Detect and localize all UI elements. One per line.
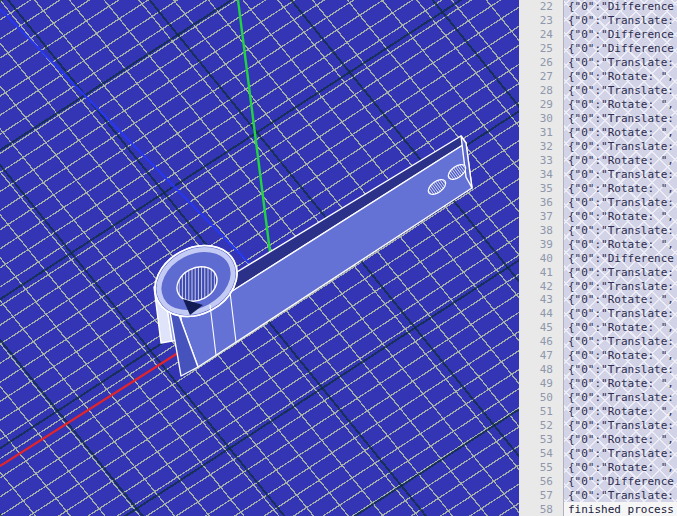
line-number: 41 [519,265,563,279]
line-number: 53 [519,433,563,447]
console-panel[interactable]: 2223242526272829303132333435363738394041… [519,0,677,516]
console-line: {"0":"Rotate: ", [564,433,677,447]
console-line: {"0":"Rotate: ", [564,293,677,307]
line-number: 24 [519,28,563,42]
line-number: 26 [519,56,563,70]
line-number: 23 [519,14,563,28]
line-number: 45 [519,321,563,335]
line-number: 25 [519,42,563,56]
console-line: {"0":"Difference [564,0,677,14]
cad-app-window: 2223242526272829303132333435363738394041… [0,0,677,516]
line-number: 43 [519,293,563,307]
line-number: 38 [519,223,563,237]
line-number: 39 [519,237,563,251]
console-line: {"0":"Difference [564,474,677,488]
console-line: {"0":"Difference [564,251,677,265]
line-number: 34 [519,167,563,181]
z-axis-line [0,9,249,263]
console-line: {"0":"Translate: [564,195,677,209]
console-line: {"0":"Rotate: ", [564,209,677,223]
console-line: {"0":"Difference [564,28,677,42]
x-axis-line [0,344,192,466]
console-line: finished process [564,502,677,516]
line-number: 49 [519,377,563,391]
line-number: 27 [519,70,563,84]
console-line: {"0":"Translate: [564,488,677,502]
console-log[interactable]: {"0":"Difference{"0":"Translate:{"0":"Di… [564,0,677,516]
line-number: 28 [519,84,563,98]
3d-viewport[interactable] [0,0,519,516]
console-line: {"0":"Translate: [564,307,677,321]
line-number: 58 [519,502,563,516]
console-line: {"0":"Translate: [564,265,677,279]
console-line: {"0":"Rotate: ", [564,377,677,391]
line-number: 35 [519,181,563,195]
console-line: {"0":"Translate: [564,335,677,349]
line-number: 56 [519,474,563,488]
line-number: 30 [519,112,563,126]
console-line: {"0":"Rotate: ", [564,237,677,251]
line-number: 36 [519,195,563,209]
line-number: 46 [519,335,563,349]
line-number: 47 [519,349,563,363]
console-line: {"0":"Rotate: ", [564,321,677,335]
line-number: 57 [519,488,563,502]
line-number: 22 [519,0,563,14]
console-line: {"0":"Translate: [564,419,677,433]
line-number: 44 [519,307,563,321]
line-number: 31 [519,126,563,140]
console-line: {"0":"Translate: [564,279,677,293]
console-line: {"0":"Rotate: ", [564,181,677,195]
line-number: 51 [519,405,563,419]
console-line: {"0":"Translate: [564,167,677,181]
scene-overlay [0,0,519,516]
line-number: 29 [519,98,563,112]
console-line: {"0":"Translate: [564,112,677,126]
console-line: {"0":"Difference [564,42,677,56]
console-line: {"0":"Rotate: ", [564,349,677,363]
console-line: {"0":"Rotate: ", [564,70,677,84]
line-number-gutter: 2223242526272829303132333435363738394041… [519,0,564,516]
y-axis-line [238,0,270,252]
line-number: 50 [519,391,563,405]
line-number: 55 [519,460,563,474]
line-number: 52 [519,419,563,433]
console-line: {"0":"Rotate: ", [564,126,677,140]
console-line: {"0":"Translate: [564,391,677,405]
console-line: {"0":"Rotate: ", [564,405,677,419]
line-number: 42 [519,279,563,293]
console-line: {"0":"Translate: [564,223,677,237]
hook-bar-model [143,136,472,376]
line-number: 32 [519,140,563,154]
console-line: {"0":"Translate: [564,14,677,28]
console-line: {"0":"Translate: [564,447,677,461]
console-line: {"0":"Translate: [564,56,677,70]
line-number: 37 [519,209,563,223]
console-line: {"0":"Translate: [564,84,677,98]
line-number: 54 [519,447,563,461]
console-line: {"0":"Rotate: ", [564,153,677,167]
line-number: 33 [519,153,563,167]
line-number: 48 [519,363,563,377]
line-number: 40 [519,251,563,265]
console-line: {"0":"Translate: [564,363,677,377]
console-line: {"0":"Rotate: ", [564,460,677,474]
console-line: {"0":"Rotate: ", [564,98,677,112]
console-line: {"0":"Translate: [564,140,677,154]
